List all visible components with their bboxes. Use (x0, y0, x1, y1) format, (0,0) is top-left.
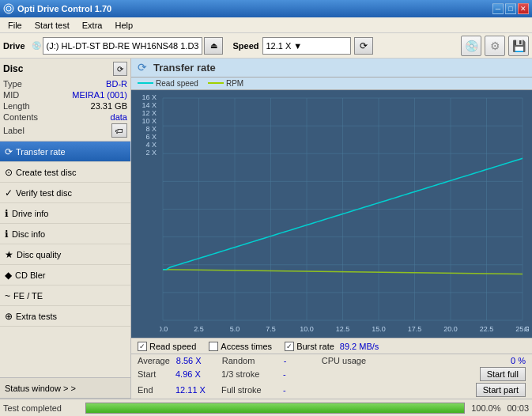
minimize-btn[interactable]: ─ (492, 3, 504, 14)
sidebar-bottom: Status window > > (0, 377, 130, 399)
burst-rate-checkbox[interactable]: Burst rate 89.2 MB/s (285, 342, 379, 351)
random-val: - (284, 356, 315, 365)
menu-help[interactable]: Help (108, 19, 139, 32)
stats-bar: Average 8.56 X Random - CPU usage 0 % St… (131, 354, 532, 399)
nav-create-test-disc[interactable]: ⊙ Create test disc (0, 162, 130, 183)
random-label: Random (222, 356, 277, 365)
progress-percent: 100.0% (471, 403, 500, 413)
burst-rate-value: 89.2 MB/s (340, 342, 379, 351)
average-val: 8.56 X (176, 356, 216, 365)
nav-transfer-rate-label: Transfer rate (16, 147, 66, 157)
nav-fe-te-label: FE / TE (13, 291, 43, 301)
progress-bar (85, 403, 465, 414)
disc-refresh-btn[interactable]: ⟳ (113, 62, 127, 76)
nav-transfer-rate[interactable]: ⟳ Transfer rate (0, 142, 130, 162)
status-window-label: Status window > > (5, 384, 76, 393)
chart-icon: ⟳ (138, 61, 147, 74)
disc-contents-key: Contents (3, 112, 38, 122)
menu-file[interactable]: File (2, 19, 28, 32)
nav-drive-info-label: Drive info (12, 209, 48, 218)
nav-extra-tests-label: Extra tests (16, 312, 57, 321)
maximize-btn[interactable]: □ (505, 3, 516, 14)
read-speed-color (138, 82, 153, 84)
disc-panel: Disc ⟳ Type BD-R MID MEIRA1 (001) Length… (0, 59, 130, 142)
chart-title: Transfer rate (153, 62, 216, 74)
chart-legend: Read speed RPM (131, 78, 532, 90)
nav-disc-info[interactable]: ℹ Disc info (0, 224, 130, 244)
one-third-label: 1/3 stroke (221, 369, 277, 379)
disc-label-key: Label (3, 126, 25, 135)
drive-eject-btn[interactable]: ⏏ (204, 37, 223, 55)
elapsed-time: 00:03 (507, 403, 529, 413)
stats-row-3: End 12.11 X Full stroke - Start part (138, 383, 526, 397)
read-speed-cb-box[interactable] (138, 342, 147, 351)
nav-cd-bler[interactable]: ◆ CD Bler (0, 265, 130, 286)
chart-header: ⟳ Transfer rate (131, 59, 532, 78)
end-val: 12.11 X (175, 385, 215, 395)
transfer-rate-chart (160, 93, 529, 335)
status-window-btn[interactable]: Status window > > (0, 378, 130, 399)
legend-rpm-label: RPM (226, 79, 243, 88)
speed-refresh-btn[interactable]: ⟳ (354, 37, 373, 55)
drive-info-icon: ℹ (5, 208, 9, 219)
disc-type-key: Type (3, 79, 22, 89)
access-times-cb-label: Access times (221, 342, 272, 351)
start-val: 4.96 X (175, 369, 215, 379)
start-part-button[interactable]: Start part (476, 383, 526, 397)
nav-fe-te[interactable]: ~ FE / TE (0, 286, 130, 306)
end-label: End (138, 385, 169, 395)
stats-row-1: Average 8.56 X Random - CPU usage 0 % (138, 356, 526, 365)
nav-verify-test-disc[interactable]: ✓ Verify test disc (0, 183, 130, 203)
settings-icon-btn[interactable]: ⚙ (485, 36, 505, 56)
disc-title: Disc (3, 63, 23, 74)
read-speed-cb-label: Read speed (149, 342, 196, 351)
disc-length-key: Length (3, 101, 30, 111)
cd-bler-icon: ◆ (5, 270, 12, 281)
legend-read-speed: Read speed (138, 79, 198, 88)
drive-bar: Drive 💿 (J:) HL-DT-ST BD-RE WH16NS48 1.D… (0, 33, 532, 59)
content-area: ⟳ Transfer rate Read speed RPM 16 X 14 X… (131, 59, 532, 399)
menu-start-test[interactable]: Start test (28, 19, 76, 32)
disc-type-val: BD-R (106, 79, 127, 89)
access-times-checkbox[interactable]: Access times (209, 342, 272, 351)
one-third-val: - (283, 369, 315, 379)
menu-bar: File Start test Extra Help (0, 17, 532, 33)
sidebar: Disc ⟳ Type BD-R MID MEIRA1 (001) Length… (0, 59, 131, 399)
close-btn[interactable]: ✕ (518, 3, 529, 14)
disc-mid-key: MID (3, 90, 19, 100)
access-times-cb-box[interactable] (209, 342, 218, 351)
title-bar: Opti Drive Control 1.70 ─ □ ✕ (0, 0, 532, 17)
legend-rpm: RPM (208, 79, 243, 88)
progress-bar-fill (86, 403, 464, 413)
app-icon (3, 3, 14, 14)
disc-contents-val: data (111, 112, 127, 122)
window-controls: ─ □ ✕ (492, 3, 529, 14)
disc-icon-btn[interactable]: 💿 (461, 36, 481, 56)
rpm-color (208, 82, 224, 84)
nav-drive-info[interactable]: ℹ Drive info (0, 203, 130, 224)
nav-disc-quality[interactable]: ★ Disc quality (0, 244, 130, 265)
svg-point-0 (4, 4, 13, 13)
read-speed-checkbox[interactable]: Read speed (138, 342, 196, 351)
nav-create-test-disc-label: Create test disc (16, 168, 76, 177)
cpu-label: CPU usage (322, 356, 385, 365)
drive-label: Drive (3, 41, 25, 51)
disc-quality-icon: ★ (5, 249, 13, 260)
create-test-disc-icon: ⊙ (5, 167, 13, 178)
nav-extra-tests[interactable]: ⊕ Extra tests (0, 306, 130, 327)
drive-select[interactable]: (J:) HL-DT-ST BD-RE WH16NS48 1.D3 (43, 37, 203, 55)
app-title: Opti Drive Control 1.70 (17, 4, 111, 13)
cpu-val: 0 % (391, 356, 526, 365)
save-icon-btn[interactable]: 💾 (508, 36, 529, 56)
y-axis-labels: 16 X 14 X 12 X 10 X 8 X 6 X 4 X 2 X (131, 93, 158, 157)
disc-info-icon: ℹ (5, 229, 9, 240)
menu-extra[interactable]: Extra (76, 19, 109, 32)
burst-rate-cb-box[interactable] (285, 342, 294, 351)
start-full-button[interactable]: Start full (480, 367, 526, 381)
disc-label-btn[interactable]: 🏷 (111, 123, 127, 138)
fe-te-icon: ~ (5, 290, 10, 301)
burst-rate-cb-label: Burst rate (296, 342, 334, 351)
nav-disc-quality-label: Disc quality (17, 250, 61, 259)
speed-select[interactable]: 12.1 X ▼ (262, 37, 352, 55)
stats-row-2: Start 4.96 X 1/3 stroke - Start full (138, 367, 526, 381)
